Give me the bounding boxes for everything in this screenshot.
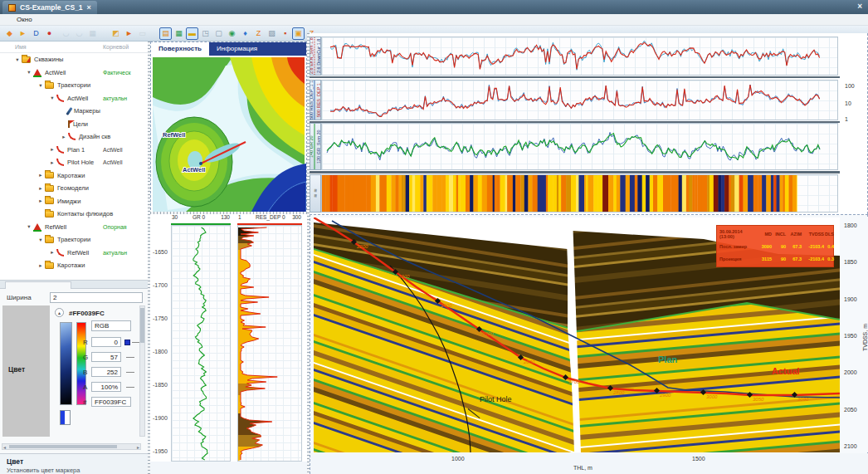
tree-item[interactable]: ▸ Каротажи xyxy=(0,259,148,272)
toolbar-icon[interactable]: ◆ xyxy=(3,27,16,40)
track3-header[interactable]: 140 GR 20 120 GR_Sym 20 xyxy=(310,123,321,170)
expander-icon[interactable]: ▸ xyxy=(48,249,56,256)
log-track-3[interactable]: 140 GR 20 120 GR_Sym 20 xyxy=(310,123,841,170)
toolbar-icon[interactable]: ▭ xyxy=(136,27,149,40)
tree-item[interactable]: ▾ Траектории xyxy=(0,233,148,247)
expander-icon[interactable]: ▸ xyxy=(37,262,45,269)
tree-item[interactable]: ▸ Дизайн скв xyxy=(0,130,148,144)
tree-item[interactable]: ▾ ActWell Фактическ xyxy=(0,66,148,80)
green-slider[interactable] xyxy=(126,357,134,358)
expander-icon[interactable]: ▾ xyxy=(25,69,33,76)
blue-field[interactable]: 252 xyxy=(91,367,121,377)
tree-item[interactable]: ▸ Pilot Hole ActWell xyxy=(0,156,148,169)
toolbar-icon[interactable]: ▣ xyxy=(292,27,305,40)
tree-item[interactable]: ▸ RefWell актуальн xyxy=(0,247,148,260)
tree-item[interactable]: ▾ Скважины xyxy=(0,53,148,66)
toolbar-icon[interactable]: ◩ xyxy=(110,27,122,40)
log-track-1[interactable]: 2.6 EKN_Sym 1.8 2.6 DownCur 1.8 xyxy=(310,37,841,76)
log-track-2[interactable]: 500 RES_DEP_1 1 500 RES_DEP 1 xyxy=(310,80,841,120)
expander-icon[interactable]: ▸ xyxy=(48,146,56,153)
expander-icon[interactable]: ▸ xyxy=(37,185,45,192)
expander-icon[interactable]: ▸ xyxy=(60,134,68,140)
toolbar-icon[interactable]: ▨ xyxy=(266,27,278,40)
center-splitter[interactable] xyxy=(307,33,310,474)
width-input[interactable]: 2 xyxy=(50,292,143,303)
document-tab[interactable]: CS-Example_CS_1 × xyxy=(2,1,97,14)
alpha-slider[interactable] xyxy=(126,387,134,388)
tab-close-icon[interactable]: × xyxy=(87,3,91,12)
properties-tab[interactable] xyxy=(5,281,71,289)
track2-scale-label: 1 xyxy=(845,116,848,122)
surface-contour-map[interactable]: RefWell ActWell xyxy=(151,56,306,213)
tree-item[interactable]: Маркеры xyxy=(0,105,148,118)
tree-item[interactable]: ▸ Имиджи xyxy=(0,195,148,208)
color-swatch[interactable] xyxy=(60,410,71,425)
toolbar-icon[interactable]: ◉ xyxy=(226,27,238,40)
toolbar-icon[interactable]: ► xyxy=(17,27,29,40)
expander-icon[interactable]: ▾ xyxy=(13,56,22,63)
tree-item[interactable]: Контакты флюидов xyxy=(0,208,148,221)
toolbar-icon[interactable]: D xyxy=(30,27,42,40)
track3-plot[interactable] xyxy=(321,123,838,170)
track2-header[interactable]: 500 RES_DEP_1 1 500 RES_DEP 1 xyxy=(310,80,321,120)
tree-item[interactable]: ▾ RefWell Опорная xyxy=(0,221,148,234)
toolbar-icon[interactable]: ♦ xyxy=(239,27,251,40)
infobox-row: Посл. замер309090 67.3-2103.40.4 xyxy=(719,240,831,252)
track2-scale-label: 10 xyxy=(845,100,851,106)
toolbar-icon[interactable]: ▪ xyxy=(279,27,291,40)
properties-horizontal-scrollbar[interactable]: ◂▸ xyxy=(2,443,141,450)
tree-item[interactable]: Цели xyxy=(0,118,148,131)
gr-plot[interactable] xyxy=(171,225,231,462)
expander-icon[interactable]: ▸ xyxy=(37,172,45,178)
color-mode-select[interactable]: RGB xyxy=(91,320,131,331)
track1-plot[interactable] xyxy=(321,37,838,76)
toolbar-icon[interactable]: ▢ xyxy=(212,27,225,40)
toolbar-icon[interactable]: ◳ xyxy=(199,27,212,40)
cross-section-plot[interactable]: 2200 2300 2400 2500 2600 2700 2800 2900 … xyxy=(314,217,840,452)
toolbar-icon[interactable]: ▬ xyxy=(186,27,198,40)
svg-text:ActWell: ActWell xyxy=(183,166,205,173)
expander-icon[interactable]: ▸ xyxy=(37,198,45,204)
tree-item[interactable]: ▾ Траектории xyxy=(0,79,148,92)
toolbar-icon[interactable]: ● xyxy=(43,27,56,40)
tab-surface[interactable]: Поверхность xyxy=(151,42,209,56)
tree-splitter[interactable] xyxy=(148,42,150,474)
blue-slider[interactable] xyxy=(126,372,134,373)
res-plot[interactable] xyxy=(237,225,302,462)
toolbar-icon[interactable]: ◡ xyxy=(73,27,85,40)
color-hue-slider[interactable] xyxy=(76,322,86,405)
expander-icon[interactable]: ▾ xyxy=(48,95,56,101)
hex-field[interactable]: FF0039FC xyxy=(91,397,131,407)
tree-item[interactable]: ▾ ActWell актуальн xyxy=(0,92,148,105)
map-splitter[interactable] xyxy=(150,212,307,214)
toolbar-icon[interactable]: ► xyxy=(123,27,135,40)
menu-window[interactable]: Окно xyxy=(17,16,32,23)
toolbar-icon[interactable]: ▤ xyxy=(159,27,172,40)
window-close-icon[interactable]: × xyxy=(857,2,862,11)
expander-icon[interactable]: ▾ xyxy=(25,223,33,230)
spectral-track[interactable]: ≋ ≋ xyxy=(310,174,841,213)
green-field[interactable]: 57 xyxy=(91,352,121,362)
color-shade-slider[interactable] xyxy=(60,322,72,405)
tree-item[interactable]: ▸ Каротажи xyxy=(0,169,148,183)
toolbar-icon[interactable]: ▦ xyxy=(173,27,185,40)
expander-icon[interactable]: ▾ xyxy=(37,82,45,89)
alpha-field[interactable]: 100% xyxy=(91,382,121,392)
expander-icon[interactable]: ▸ xyxy=(48,159,56,166)
toolbar-icon[interactable]: ▦ xyxy=(86,27,99,40)
track2-plot[interactable] xyxy=(321,80,838,120)
toolbar-icon[interactable]: ◡ xyxy=(60,27,72,40)
track1-header[interactable]: 2.6 EKN_Sym 1.8 2.6 DownCur 1.8 xyxy=(310,37,321,76)
spectral-header[interactable]: ≋ ≋ xyxy=(310,174,321,213)
color-expand-button[interactable]: ▴ xyxy=(55,308,64,317)
red-field[interactable]: 0 xyxy=(91,337,121,347)
toolbar-icon[interactable]: Z xyxy=(252,27,265,40)
properties-vertical-scrollbar[interactable] xyxy=(139,305,145,437)
resistivity-track: 1 RES_DEP 0 300 110100 xyxy=(235,214,310,474)
tab-information[interactable]: Информация xyxy=(209,42,265,56)
tree-item[interactable]: ▸ Геомодели xyxy=(0,182,148,195)
expander-icon[interactable]: ▾ xyxy=(37,237,45,243)
color-hex-label: #FF0039FC xyxy=(69,310,105,317)
tree-item[interactable]: ▸ Plan 1 ActWell xyxy=(0,144,148,157)
spectral-plot[interactable] xyxy=(321,174,838,213)
